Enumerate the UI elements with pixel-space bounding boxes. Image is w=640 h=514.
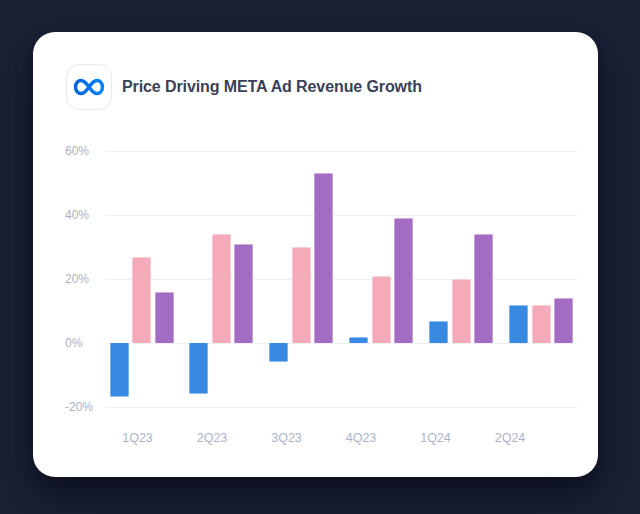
x-axis-tick-label: 1Q24 — [412, 431, 460, 446]
bar-pink-series-4Q23 — [372, 276, 391, 343]
bar-pink-series-1Q23 — [132, 257, 151, 343]
gridline — [106, 343, 577, 344]
bar-blue-series-4Q23 — [349, 337, 368, 343]
bar-pink-series-2Q23 — [212, 234, 231, 343]
x-axis-tick-label: 2Q23 — [188, 431, 236, 446]
x-axis-tick-label: 2Q24 — [486, 431, 534, 446]
gridline — [106, 151, 577, 152]
bar-purple-series-3Q23 — [314, 173, 333, 343]
bar-pink-series-3Q23 — [292, 247, 311, 343]
bar-blue-series-3Q23 — [269, 343, 288, 362]
bar-blue-series-1Q24 — [429, 321, 448, 343]
bar-purple-series-1Q24 — [474, 234, 493, 343]
page-background: Price Driving META Ad Revenue Growth 60%… — [0, 0, 640, 514]
bar-blue-series-1Q23 — [110, 343, 129, 397]
gridline — [106, 279, 577, 280]
gridline — [106, 407, 577, 408]
y-axis-tick-label: -20% — [65, 400, 103, 414]
y-axis-tick-label: 40% — [65, 208, 103, 222]
bar-blue-series-2Q24 — [509, 305, 528, 343]
bar-purple-series-2Q24 — [554, 298, 573, 343]
bar-purple-series-4Q23 — [394, 218, 413, 343]
gridline — [106, 215, 577, 216]
bar-blue-series-2Q23 — [189, 343, 208, 394]
bar-pink-series-2Q24 — [532, 305, 551, 343]
y-axis-tick-label: 60% — [65, 144, 103, 158]
chart-card: Price Driving META Ad Revenue Growth 60%… — [33, 32, 598, 477]
x-axis-tick-label: 3Q23 — [263, 431, 311, 446]
y-axis-tick-label: 20% — [65, 272, 103, 286]
bar-chart-plot-area: 60%40%20%0%-20%1Q232Q233Q234Q231Q242Q24 — [33, 32, 598, 477]
x-axis-tick-label: 1Q23 — [114, 431, 162, 446]
x-axis-tick-label: 4Q23 — [337, 431, 385, 446]
bar-purple-series-1Q23 — [155, 292, 174, 343]
y-axis-tick-label: 0% — [65, 336, 103, 350]
bar-pink-series-1Q24 — [452, 279, 471, 343]
bar-purple-series-2Q23 — [234, 244, 253, 343]
